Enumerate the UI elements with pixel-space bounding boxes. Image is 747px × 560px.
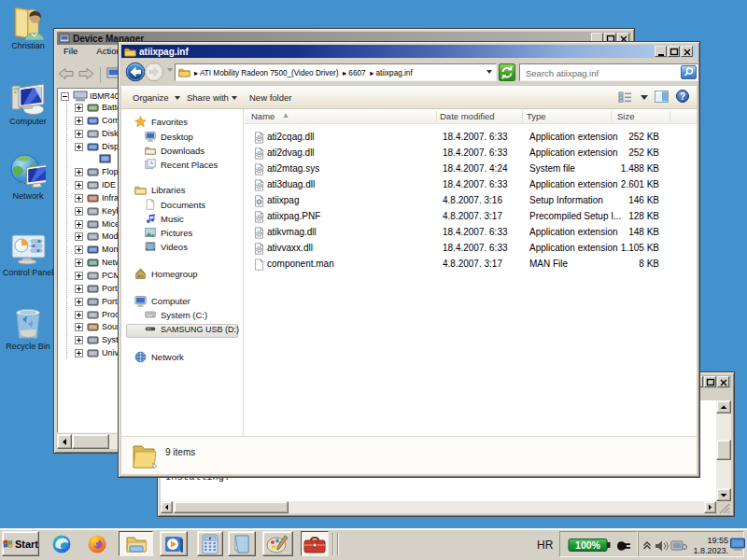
svg-text:?: ? [680,91,685,102]
svg-text:100%: 100% [575,539,601,551]
